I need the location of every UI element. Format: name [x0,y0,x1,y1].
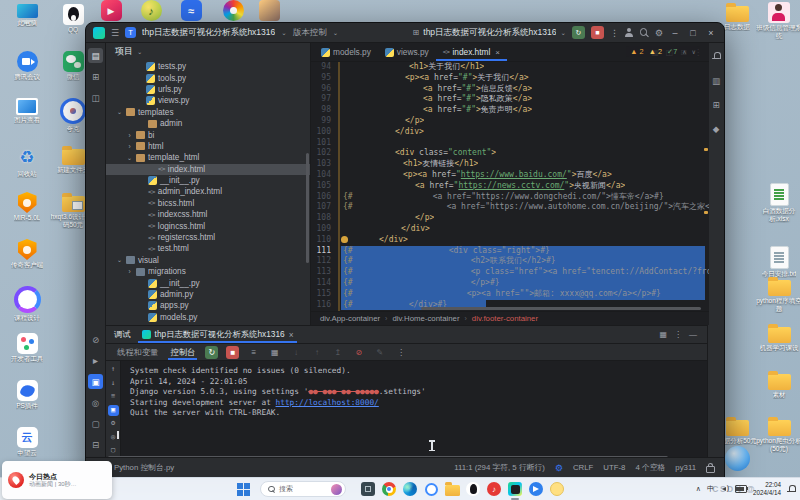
breadcrumb-div.App-container[interactable]: div.App-container [320,314,380,323]
clock[interactable]: 22:04 2024/4/14 [753,481,781,498]
desktop-icon-图片查看[interactable]: 图片查看 [4,98,50,124]
console-view-icon[interactable]: ▣ [108,405,119,416]
inspections-widget[interactable]: ▲ 2 ▲ 2 ✓7 ∧ ∨ [626,46,700,57]
terminal-icon[interactable]: ▢ [88,416,103,431]
tree-item-bi[interactable]: ›bi [106,129,310,140]
tree-item-admin[interactable]: admin [106,118,310,129]
breadcrumb-div.Home-container[interactable]: div.Home-container [392,314,459,323]
project-panel-header[interactable]: 项目 ⌄ [106,43,310,60]
debug-icon[interactable]: ▣ [88,374,103,389]
debug-tab-控制台[interactable]: 控制台 [168,344,197,360]
taskbar-app-quark-browser[interactable] [423,481,439,497]
tree-item-__init__.py[interactable]: __init__.py [106,175,310,186]
desktop-icon-回收站[interactable]: ♻回收站 [4,145,50,178]
tree-item-registercss.html[interactable]: <>registercss.html [106,232,310,243]
taskbar-search[interactable]: 搜索 [260,481,346,497]
debug-session-tab[interactable]: thp日志数据可视化分析系统hx1316 × [138,326,298,343]
desktop-icon-机器学习课设[interactable]: 机器学习课设 [756,323,800,352]
evaluate-expression-icon[interactable]: ✎ [373,346,386,359]
prev-problem-icon[interactable]: ∧ [682,48,686,55]
desktop-icon-今日安排.txt[interactable]: 今日安排.txt [756,246,800,278]
tree-collapsed-arrow-icon[interactable]: › [126,143,133,150]
desktop-icon-中望云[interactable]: 云中望云 [4,427,50,457]
code-with-me-icon[interactable] [625,28,634,37]
tree-item-models.py[interactable]: models.py [106,312,310,323]
hide-panel-icon[interactable]: — [689,330,697,339]
tree-expanded-arrow-icon[interactable]: ⌄ [126,154,133,162]
tree-item-visual[interactable]: ⌄visual [106,255,310,266]
step-into-icon[interactable]: ↓ [289,346,302,359]
more-options-icon[interactable]: ⋮ [674,330,682,339]
stop-button[interactable]: ■ [591,26,604,39]
project-tree-scrollbar[interactable] [306,153,309,263]
interpreter[interactable]: py311 [675,463,696,472]
desktop-icon-课程设计[interactable]: 课程设计 [4,286,50,322]
code-editor[interactable]: 94<h1>关于我们</h1>95<p><a href="#">关于我们</a>… [311,62,709,311]
more-actions-icon[interactable]: ⋮ [610,28,619,38]
tree-expanded-arrow-icon[interactable]: ⌄ [116,256,123,264]
taskbar-app-qq[interactable] [465,481,481,497]
run-icon[interactable]: ► [88,353,103,368]
desktop-icon-MIR-5.0L[interactable]: MIR-5.0L [4,192,50,222]
tree-collapsed-arrow-icon[interactable]: › [126,268,133,275]
project-chevron-icon[interactable]: ⌄ [281,29,286,37]
tree-item-admin_index.html[interactable]: <>admin_index.html [106,186,310,197]
taskbar-app-edge[interactable] [402,481,418,497]
line-ending[interactable]: CRLF [573,463,593,472]
rerun-debug-button[interactable]: ↻ [572,26,585,39]
tree-item-tests.py[interactable]: tests.py [106,61,310,72]
tree-item-migrations[interactable]: ›migrations [106,266,310,277]
debug-tab-线程和变量[interactable]: 线程和变量 [115,344,160,360]
desktop-icon-素材[interactable]: 素材 [756,370,800,399]
tree-item-indexcss.html[interactable]: <>indexcss.html [106,209,310,220]
editor-hscrollbar[interactable] [421,307,701,310]
encoding[interactable]: UTF-8 [603,463,625,472]
desktop-icon-开发者工具[interactable]: 开发者工具 [4,333,50,363]
indent-setting[interactable]: 4 个空格 [635,462,665,473]
console-settings-icon[interactable]: ⚙ [108,418,119,429]
desktop-icon-python爬虫分析(50元)[interactable]: python爬虫分析(50元) [756,416,800,453]
desktop-icon-白酒数据分析.xlsx[interactable]: 白酒数据分析.xlsx [756,183,800,223]
rerun-icon[interactable]: ↻ [205,346,218,359]
tree-item-html[interactable]: ›html [106,141,310,152]
desktop-icon-python程序填空题[interactable]: python程序填空题 [756,276,800,313]
breadcrumb-div.footer-container[interactable]: div.footer-container [472,314,538,323]
news-widget[interactable]: 今日热点 动画新闻 | 30秒… [2,461,112,499]
console-options-icon[interactable]: ≡ [108,391,119,402]
next-problem-icon[interactable]: ∨ [692,48,696,55]
python-console-icon[interactable]: ◎ [88,395,103,410]
battery-icon[interactable] [735,485,747,493]
scroll-to-top-icon[interactable]: ↑ [108,364,119,375]
tree-item-admin.py[interactable]: admin.py [106,289,310,300]
tree-item-urls.py[interactable]: urls.py [106,84,310,95]
mute-breakpoints-icon[interactable]: ⊘ [352,346,365,359]
more-icon[interactable]: ⋮ [394,346,407,359]
mute-icon[interactable]: ⊘ [88,332,103,347]
taskbar-app-pycharm[interactable] [507,481,523,497]
django-icon[interactable]: ⚙ [555,463,563,473]
caret-position[interactable]: 111:1 (294 字符, 5 行断行) [454,462,545,473]
lock-icon[interactable] [706,466,715,473]
taskbar-app-task-view[interactable] [360,481,376,497]
tree-item-tools.py[interactable]: tools.py [106,72,310,83]
tree-expanded-arrow-icon[interactable]: ⌄ [116,108,123,116]
tree-item-bicss.html[interactable]: <>bicss.html [106,198,310,209]
tree-item-template_html[interactable]: ⌄template_html [106,152,310,163]
desktop-icon-班级信息管理系统[interactable]: 班级信息管理系统 [756,2,800,40]
tree-item-__init__.py[interactable]: __init__.py [106,277,310,288]
project-icon[interactable]: ▤ [88,48,103,63]
close-button[interactable]: × [705,28,717,38]
main-menu-icon[interactable]: ☰ [111,28,119,38]
tree-item-logincss.html[interactable]: <>logincss.html [106,220,310,231]
desktop-icon-腾讯会议[interactable]: 腾讯会议 [4,51,50,81]
desktop-icon-传奇客户端[interactable]: 传奇客户端 [4,239,50,269]
notifications-icon[interactable] [709,49,724,64]
taskbar-app-lemon-cleaner[interactable] [549,481,565,497]
tree-item-index.html[interactable]: <>index.html [106,164,310,175]
ai-assistant-icon[interactable]: ⊞ [709,97,724,112]
tree-item-views.py[interactable]: views.py [106,95,310,106]
session-close-icon[interactable]: × [289,330,294,340]
run-configuration[interactable]: ⊞ thp日志数据可视化分析系统hx1316 ⌄ [413,27,566,39]
editor-tab-index.html[interactable]: <>index.html× [436,43,507,61]
layout-settings-icon[interactable]: ▦ [659,330,667,339]
